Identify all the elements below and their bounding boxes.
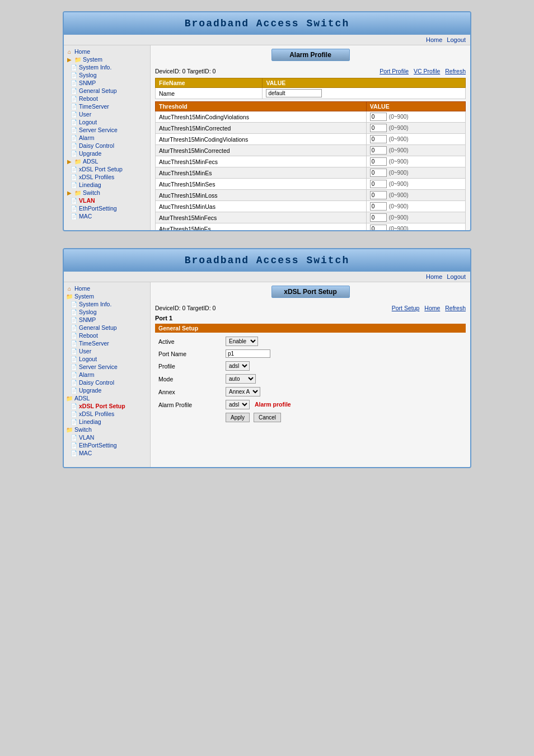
profile-value[interactable]: adsl vdsl xyxy=(222,360,466,372)
sidebar2-item-reboot[interactable]: 📄 Reboot xyxy=(68,332,150,339)
cancel-button[interactable]: Cancel xyxy=(254,413,281,422)
sidebar-item-snmp[interactable]: 📄 SNMP xyxy=(68,79,150,87)
refresh-link-2[interactable]: Refresh xyxy=(445,305,466,311)
threshold-input[interactable] xyxy=(370,146,387,155)
sidebar-item-switch[interactable]: ▶ 📁 Switch xyxy=(64,189,150,197)
sidebar-item-alarm[interactable]: 📄 Alarm xyxy=(68,134,150,142)
alarm-profile-select[interactable]: adsl xyxy=(226,400,250,409)
logout-link-2[interactable]: Logout xyxy=(447,273,466,280)
panel2-topbar: Home Logout xyxy=(64,272,470,282)
active-select[interactable]: Enable Disable xyxy=(226,337,258,346)
folder-icon-switch2: 📁 xyxy=(74,189,81,196)
threshold-value[interactable]: (0~900) xyxy=(366,190,465,201)
threshold-value[interactable]: (0~900) xyxy=(366,156,465,167)
sidebar-item-vlan[interactable]: 📄 VLAN xyxy=(68,197,150,204)
profile-select[interactable]: adsl vdsl xyxy=(226,361,250,371)
threshold-value[interactable]: (0~900) xyxy=(366,167,465,179)
annex-select[interactable]: Annex A Annex B xyxy=(226,387,260,396)
sidebar2-item-alarm[interactable]: 📄 Alarm xyxy=(68,371,150,379)
threshold-range: (0~900) xyxy=(389,125,409,131)
threshold-value[interactable]: (0~900) xyxy=(366,201,465,212)
active-value[interactable]: Enable Disable xyxy=(222,335,466,348)
portname-input[interactable] xyxy=(226,349,270,358)
sidebar-item-user[interactable]: 📄 User xyxy=(68,110,150,118)
sidebar-item-daisy-control[interactable]: 📄 Daisy Control xyxy=(68,142,150,150)
port-profile-link[interactable]: Port Profile xyxy=(380,68,409,74)
vc-profile-link[interactable]: VC Profile xyxy=(414,68,440,74)
threshold-value[interactable]: (0~900) xyxy=(366,145,465,156)
sidebar-item-syslog[interactable]: 📄 Syslog xyxy=(68,71,150,79)
threshold-value[interactable]: (0~900) xyxy=(366,223,465,231)
sidebar2-item-mac[interactable]: 📄 MAC xyxy=(68,449,150,457)
sidebar-item-mac[interactable]: 📄 MAC xyxy=(68,212,150,220)
sidebar2-item-xdsl-profiles[interactable]: 📄 xDSL Profiles xyxy=(68,410,150,418)
threshold-value[interactable]: (0~900) xyxy=(366,123,465,134)
sidebar2-item-ethport[interactable]: 📄 EthPortSetting xyxy=(68,441,150,449)
sidebar2-item-home[interactable]: ⌂ Home xyxy=(64,284,150,292)
sidebar2-item-vlan[interactable]: 📄 VLAN xyxy=(68,433,150,441)
sidebar-item-timeserver[interactable]: 📄 TimeServer xyxy=(68,102,150,110)
threshold-input[interactable] xyxy=(370,135,387,143)
sidebar-item-server-service[interactable]: 📄 Server Service xyxy=(68,126,150,134)
threshold-input[interactable] xyxy=(370,180,387,188)
home-link-1[interactable]: Home xyxy=(426,36,442,43)
form-row-active: Active Enable Disable xyxy=(155,335,466,348)
sidebar2-item-timeserver[interactable]: 📄 TimeServer xyxy=(68,339,150,347)
sidebar2-item-logout[interactable]: 📄 Logout xyxy=(68,355,150,363)
threshold-value[interactable]: (0~900) xyxy=(366,212,465,223)
sidebar2-item-general-setup[interactable]: 📄 General Setup xyxy=(68,324,150,332)
sidebar2-item-user[interactable]: 📄 User xyxy=(68,347,150,355)
sidebar-item-linediag[interactable]: 📄 Linediag xyxy=(68,181,150,189)
sidebar2-item-daisy-control[interactable]: 📄 Daisy Control xyxy=(68,379,150,386)
sidebar2-item-syslog[interactable]: 📄 Syslog xyxy=(68,308,150,316)
sidebar-item-xdsl-profiles[interactable]: 📄 xDSL Profiles xyxy=(68,173,150,181)
sidebar-item-xdsl-port-setup[interactable]: 📄 xDSL Port Setup xyxy=(68,165,150,173)
sidebar-item-reboot[interactable]: 📄 Reboot xyxy=(68,95,150,102)
sidebar2-item-switch[interactable]: 📁 Switch xyxy=(64,426,150,433)
threshold-value[interactable]: (0~900) xyxy=(366,134,465,145)
sidebar-item-general-setup[interactable]: 📄 General Setup xyxy=(68,87,150,95)
sidebar2-item-xdsl-port-setup[interactable]: 📄 xDSL Port Setup xyxy=(68,402,150,410)
threshold-value[interactable]: (0~900) xyxy=(366,111,465,123)
logout-link-1[interactable]: Logout xyxy=(447,36,466,43)
threshold-input[interactable] xyxy=(370,225,387,230)
sidebar-item-system-info[interactable]: 📄 System Info. xyxy=(68,63,150,71)
threshold-range: (0~900) xyxy=(389,214,409,221)
threshold-value[interactable]: (0~900) xyxy=(366,179,465,190)
threshold-input[interactable] xyxy=(370,157,387,166)
threshold-input[interactable] xyxy=(370,169,387,177)
threshold-input[interactable] xyxy=(370,113,387,121)
threshold-input[interactable] xyxy=(370,191,387,199)
threshold-input[interactable] xyxy=(370,124,387,132)
sidebar-item-home[interactable]: ⌂ Home xyxy=(64,48,150,55)
sidebar2-item-system-info[interactable]: 📄 System Info. xyxy=(68,300,150,308)
sidebar-item-adsl[interactable]: ▶ 📁 ADSL xyxy=(64,157,150,165)
sidebar2-item-linediag[interactable]: 📄 Linediag xyxy=(68,418,150,426)
threshold-header: Threshold xyxy=(156,102,367,111)
port-setup-link[interactable]: Port Setup xyxy=(392,305,420,311)
threshold-input[interactable] xyxy=(370,202,387,211)
sidebar-item-system[interactable]: ▶ 📁 System xyxy=(64,55,150,63)
mode-value[interactable]: auto adsl2 adsl2+ xyxy=(222,372,466,385)
threshold-name: AtucThresh15MinUas xyxy=(156,201,367,212)
threshold-input[interactable] xyxy=(370,213,387,222)
mode-select[interactable]: auto adsl2 adsl2+ xyxy=(226,374,256,384)
sidebar2-item-snmp[interactable]: 📄 SNMP xyxy=(68,316,150,324)
sidebar2-item-adsl[interactable]: 📁 ADSL xyxy=(64,394,150,402)
sidebar2-item-server-service[interactable]: 📄 Server Service xyxy=(68,363,150,371)
alarm-profile-value[interactable]: adsl Alarm profile xyxy=(222,398,466,411)
portname-value[interactable] xyxy=(222,348,466,360)
sidebar2-item-system[interactable]: 📁 System xyxy=(64,292,150,300)
annex-value[interactable]: Annex A Annex B xyxy=(222,385,466,398)
sidebar2-item-upgrade[interactable]: 📄 Upgrade xyxy=(68,386,150,394)
refresh-link-1[interactable]: Refresh xyxy=(445,68,466,74)
home-link-xdsl[interactable]: Home xyxy=(424,305,440,311)
name-value-cell[interactable] xyxy=(263,88,466,99)
sidebar-item-ethport[interactable]: 📄 EthPortSetting xyxy=(68,204,150,212)
home-link-2[interactable]: Home xyxy=(426,273,442,280)
name-input[interactable] xyxy=(266,89,322,97)
apply-button[interactable]: Apply xyxy=(226,413,250,422)
form-row-annex: Annex Annex A Annex B xyxy=(155,385,466,398)
sidebar-item-upgrade[interactable]: 📄 Upgrade xyxy=(68,150,150,157)
sidebar-item-logout[interactable]: 📄 Logout xyxy=(68,118,150,126)
